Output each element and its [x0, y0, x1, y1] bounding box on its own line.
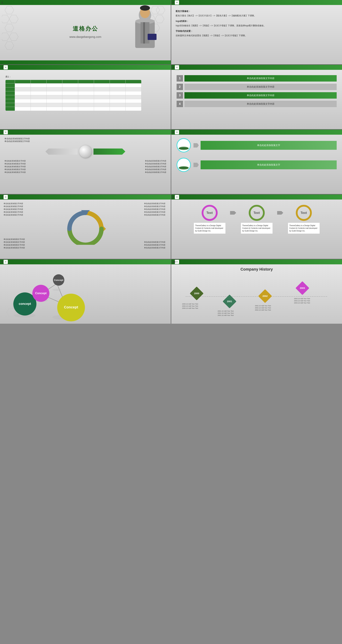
list-bar-3: 单击此处添加段落文字内容 — [184, 92, 337, 98]
slide-9-header: H — [0, 260, 171, 264]
svg-point-21 — [179, 147, 189, 150]
sphere — [79, 145, 92, 158]
slide-7: 7 H 单击此处添加落文字内容单击此处添加落文字内容单击此处添加落文字内容单击此… — [0, 194, 171, 259]
svg-text:2003: 2003 — [300, 287, 305, 290]
logo-badge-2: H — [175, 0, 179, 4]
circle-icon-1 — [176, 138, 191, 152]
list-row-4: 4 单击此处添加段落文字内容 — [176, 101, 337, 107]
slide-number-9: 9 — [2, 260, 3, 263]
slide-6-row-1: 单击此处添加段落文字 — [176, 138, 337, 152]
logo-badge-3: H — [4, 65, 8, 70]
slide-3-table-area: 表1： — [0, 72, 171, 114]
svg-text:2002.10  Add Your Text: 2002.10 Add Your Text — [255, 307, 271, 309]
slide-7-header: H — [0, 194, 171, 200]
slide-1-subtitle: www.daogebangong.com — [70, 35, 102, 38]
slide-2: 2 H 配色方案修改： 配色方案在【格式】-->【幻灯片设计】-->【配色方案】… — [171, 0, 342, 64]
slide-5-content: 单击此处添加段落落文字内容单击此处添加段落落文字内容 单击此处添加段落文字内容单… — [0, 135, 171, 176]
slide-4-header: H — [171, 65, 342, 70]
arrow-right-2 — [194, 163, 199, 167]
svg-marker-1 — [2, 15, 10, 23]
slide-number-4: 4 — [173, 66, 174, 69]
slide-3-header: H — [0, 65, 171, 70]
slide-9-content: concept Concept Concept Concept — [0, 264, 171, 323]
slide-2-header: H — [171, 0, 342, 5]
svg-text:2000.10  Add Your Text: 2000.10 Add Your Text — [182, 307, 198, 309]
circle-icon-2 — [176, 158, 191, 172]
slide-number-1: 1 — [2, 1, 3, 4]
slide-8: 8 H Text ThemeGallery is a Design Digita… — [171, 194, 342, 259]
card-1-desc: ThemeGallery is a Design Digital Content… — [194, 222, 226, 234]
svg-text:2000.10  Add Your Text: 2000.10 Add Your Text — [182, 303, 198, 305]
slide-6-header: H — [171, 130, 342, 135]
slide-4: 4 H 1 单击此处添加段落文字内容 2 单击此处添加段落文字内容 3 单击此处… — [171, 65, 342, 129]
svg-marker-2 — [9, 15, 18, 23]
logo-badge-9: H — [4, 260, 8, 264]
num-badge-3: 3 — [176, 92, 183, 98]
slide-2-section3-body: 括标题和文本格式的设置在【视图】-->【母版】-->【幻灯片母版】下调整。 — [176, 34, 338, 38]
person-image — [130, 5, 160, 52]
card-2-desc: ThemeGallery is a Design Digital Content… — [241, 222, 273, 234]
svg-text:2000: 2000 — [194, 292, 199, 295]
svg-rect-18 — [143, 22, 145, 44]
slide-1: 1 — [0, 0, 171, 64]
num-badge-4: 4 — [176, 101, 183, 107]
slide-10: 10 H Company History 2000 2000.10 Add Yo… — [171, 260, 342, 324]
card-3-label: Text — [300, 211, 307, 215]
svg-text:2000.10  Add Your Text: 2000.10 Add Your Text — [182, 305, 198, 307]
slide-2-section1-title: 配色方案修改： — [176, 10, 338, 13]
svg-point-34 — [52, 289, 61, 291]
ring-2: Text — [249, 205, 265, 221]
slide-3-table-title: 表1： — [5, 75, 166, 78]
ring-1: Text — [202, 205, 218, 221]
ring-3: Text — [296, 205, 312, 221]
svg-text:2003.10  Add Your Text: 2003.10 Add Your Text — [294, 298, 310, 300]
slide-6: 6 H 单击此处添加段落文字 — [171, 130, 342, 194]
slide-5-arrow-area — [4, 145, 166, 158]
svg-text:2003.10  Add Your Text: 2003.10 Add Your Text — [294, 302, 310, 304]
svg-text:2002.10  Add Your Text: 2002.10 Add Your Text — [255, 305, 271, 307]
right-arrow — [94, 148, 126, 155]
slide-5-top-text: 单击此处添加段落落文字内容单击此处添加段落落文字内容 — [4, 137, 166, 143]
text-bar-2: 单击此处添加段落文字 — [200, 160, 337, 169]
slide-2-section2-body: logo添加修改在【视图】-->【母版】-->【幻灯片母版】下调整。直接选择lo… — [176, 24, 338, 28]
slide-number-8: 8 — [173, 196, 174, 198]
slide-1-bottom-bar — [0, 60, 171, 64]
list-row-3: 3 单击此处添加段落文字内容 — [176, 92, 337, 98]
slide-7-bottom-left: 单击此处添加段落文字内容单击此处添加段落文字内容单击此处添加段落文字内容单击此处… — [4, 238, 25, 249]
svg-text:Concept: Concept — [54, 279, 64, 282]
hex-decoration-left — [2, 5, 23, 55]
card-3-desc: ThemeGallery is a Design Digital Content… — [288, 222, 320, 234]
svg-text:2001: 2001 — [227, 300, 232, 303]
slide-number-5: 5 — [2, 131, 3, 134]
num-badge-2: 2 — [176, 84, 183, 90]
logo-badge-5: H — [4, 130, 8, 134]
slide-6-row-2: 单击此处添加段落文字 — [176, 158, 337, 172]
slide-3-table — [5, 80, 142, 111]
svg-text:concept: concept — [19, 302, 31, 306]
slide-8-content: Text ThemeGallery is a Design Digital Co… — [171, 201, 342, 237]
arrow-connector-2 — [277, 211, 283, 214]
slide-3: 3 H 表1： — [0, 65, 171, 129]
svg-marker-5 — [9, 33, 18, 41]
slide-5-header: H — [0, 130, 171, 135]
slide-5-bottom-texts: 单击此处添加段落文字内容单击此处添加段落文字内容单击此处添加段落文字内容单击此处… — [4, 160, 166, 174]
svg-text:2001.10  Add Your Text: 2001.10 Add Your Text — [218, 312, 234, 314]
card-1: Text ThemeGallery is a Design Digital Co… — [194, 205, 226, 234]
svg-marker-0 — [5, 6, 14, 14]
svg-text:Concept: Concept — [64, 305, 78, 309]
slide-2-section1-body: 配色方案在【格式】-->【幻灯片设计】-->【配色方案】-->【编辑配色方案】下… — [176, 14, 338, 18]
concept-map-svg: concept Concept Concept Concept — [0, 269, 160, 322]
card-1-label: Text — [206, 211, 213, 215]
slide-7-content: 单击此处添加落文字内容单击此处添加落文字内容单击此处添加落文字内容单击此处添加落… — [0, 200, 171, 254]
svg-text:2003.10  Add Your Text: 2003.10 Add Your Text — [294, 300, 310, 302]
logo-badge-7: H — [4, 195, 8, 199]
slide-1-title: 道格办公 — [73, 25, 98, 33]
slide-7-top-left: 单击此处添加落文字内容单击此处添加落文字内容单击此处添加落文字内容单击此处添加落… — [4, 202, 23, 216]
arrow-connector-1 — [230, 211, 236, 214]
slide-number-6: 6 — [173, 131, 174, 134]
slide-2-content: 配色方案修改： 配色方案在【格式】-->【幻灯片设计】-->【配色方案】-->【… — [171, 5, 342, 40]
svg-marker-26 — [7, 308, 16, 316]
slide-8-header: H — [171, 194, 342, 200]
svg-marker-6 — [5, 42, 14, 50]
svg-text:2001.10  Add Your Text: 2001.10 Add Your Text — [218, 310, 234, 312]
